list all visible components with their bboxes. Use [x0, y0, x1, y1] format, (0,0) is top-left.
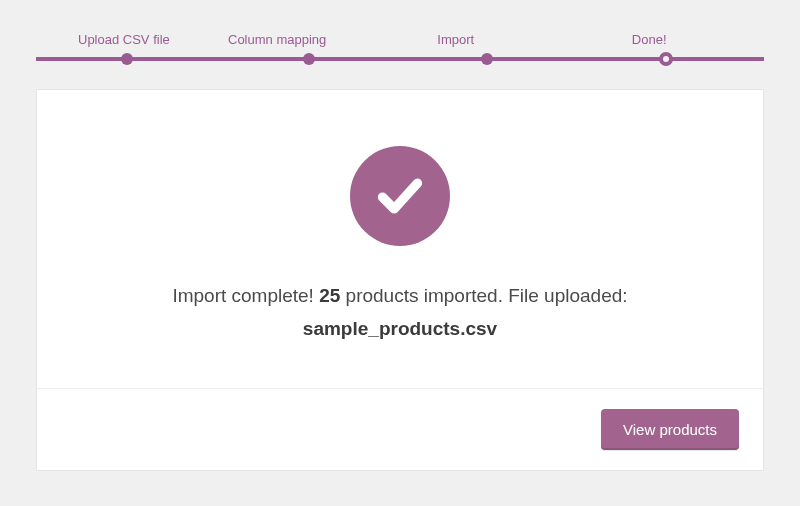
step-dot-mapping	[303, 53, 315, 65]
step-dot-import	[481, 53, 493, 65]
step-label-mapping: Column mapping	[218, 32, 407, 47]
uploaded-filename: sample_products.csv	[77, 318, 723, 340]
result-middle: products imported. File uploaded:	[340, 285, 627, 306]
step-label-import: Import	[407, 32, 604, 47]
step-label-done: Done!	[604, 32, 764, 47]
import-result-text: Import complete! 25 products imported. F…	[77, 280, 723, 312]
step-dot-done	[659, 52, 673, 66]
progress-track	[36, 57, 764, 61]
progress-stepper: Upload CSV file Column mapping Import Do…	[36, 32, 764, 61]
success-check-icon	[350, 146, 450, 246]
view-products-button[interactable]: View products	[601, 409, 739, 450]
result-count: 25	[319, 285, 340, 306]
result-prefix: Import complete!	[172, 285, 319, 306]
step-label-upload: Upload CSV file	[36, 32, 218, 47]
import-result-card: Import complete! 25 products imported. F…	[36, 89, 764, 471]
step-dot-upload	[121, 53, 133, 65]
